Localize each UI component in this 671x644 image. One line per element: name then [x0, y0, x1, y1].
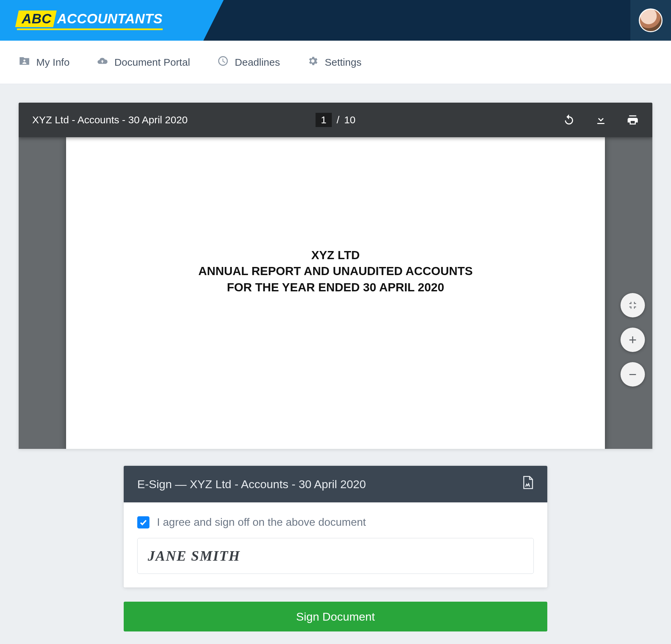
consent-row: I agree and sign off on the above docume… — [137, 516, 534, 528]
cloud-upload-icon — [97, 55, 108, 69]
sign-document-button[interactable]: Sign Document — [124, 602, 547, 631]
esign-card: E-Sign — XYZ Ltd - Accounts - 30 April 2… — [124, 466, 547, 588]
pdf-file-icon — [521, 476, 534, 492]
nav-deadlines[interactable]: Deadlines — [217, 55, 280, 69]
main-content: XYZ Ltd - Accounts - 30 April 2020 1 / 1… — [0, 84, 671, 644]
page-separator: / — [337, 114, 339, 126]
pdf-body[interactable]: XYZ LTD ANNUAL REPORT AND UNAUDITED ACCO… — [18, 137, 653, 449]
document-cover-text: XYZ LTD ANNUAL REPORT AND UNAUDITED ACCO… — [198, 247, 473, 295]
pdf-toolbar: XYZ Ltd - Accounts - 30 April 2020 1 / 1… — [18, 103, 653, 137]
brand-area: ABC ACCOUNTANTS — [0, 0, 203, 41]
doc-line-2: ANNUAL REPORT AND UNAUDITED ACCOUNTS — [198, 263, 473, 279]
pdf-viewer: XYZ Ltd - Accounts - 30 April 2020 1 / 1… — [18, 103, 653, 449]
page-total: 10 — [344, 114, 355, 126]
folder-person-icon — [18, 55, 30, 69]
esign-title: E-Sign — XYZ Ltd - Accounts - 30 April 2… — [137, 478, 366, 491]
nav-label: Deadlines — [235, 56, 280, 68]
app-header: ABC ACCOUNTANTS — [0, 0, 671, 41]
zoom-in-button[interactable]: + — [621, 327, 645, 352]
nav-settings[interactable]: Settings — [307, 55, 361, 69]
brand-rest: ACCOUNTANTS — [57, 11, 162, 26]
nav-document-portal[interactable]: Document Portal — [97, 55, 190, 69]
nav-label: Document Portal — [114, 56, 190, 68]
main-nav: My Info Document Portal Deadlines Settin… — [0, 41, 671, 84]
nav-my-info[interactable]: My Info — [18, 55, 69, 69]
header-right — [630, 0, 671, 41]
avatar-container[interactable] — [630, 0, 671, 41]
pdf-tool-group — [563, 114, 639, 126]
nav-label: Settings — [325, 56, 361, 68]
esign-header: E-Sign — XYZ Ltd - Accounts - 30 April 2… — [124, 466, 547, 502]
center-column: E-Sign — XYZ Ltd - Accounts - 30 April 2… — [124, 466, 547, 631]
print-icon[interactable] — [626, 114, 639, 126]
zoom-out-button[interactable]: − — [621, 362, 645, 387]
download-icon[interactable] — [595, 114, 607, 126]
pdf-title: XYZ Ltd - Accounts - 30 April 2020 — [32, 114, 188, 126]
pdf-page-indicator: 1 / 10 — [316, 113, 355, 127]
fit-page-icon[interactable] — [621, 293, 645, 318]
consent-label: I agree and sign off on the above docume… — [157, 516, 366, 528]
brand-logo[interactable]: ABC ACCOUNTANTS — [17, 11, 163, 30]
esign-body: I agree and sign off on the above docume… — [124, 502, 547, 588]
signature-input[interactable] — [137, 538, 534, 574]
pdf-float-controls: + − — [621, 293, 645, 387]
nav-label: My Info — [36, 56, 69, 68]
doc-line-3: FOR THE YEAR ENDED 30 APRIL 2020 — [198, 279, 473, 295]
gear-icon — [307, 55, 319, 69]
user-avatar[interactable] — [639, 9, 662, 32]
clock-icon — [217, 55, 229, 69]
doc-line-1: XYZ LTD — [198, 247, 473, 263]
pdf-page: XYZ LTD ANNUAL REPORT AND UNAUDITED ACCO… — [66, 137, 605, 449]
page-current-input[interactable]: 1 — [316, 113, 332, 127]
brand-abc: ABC — [15, 11, 57, 27]
rotate-icon[interactable] — [563, 114, 575, 126]
consent-checkbox[interactable] — [137, 516, 150, 528]
